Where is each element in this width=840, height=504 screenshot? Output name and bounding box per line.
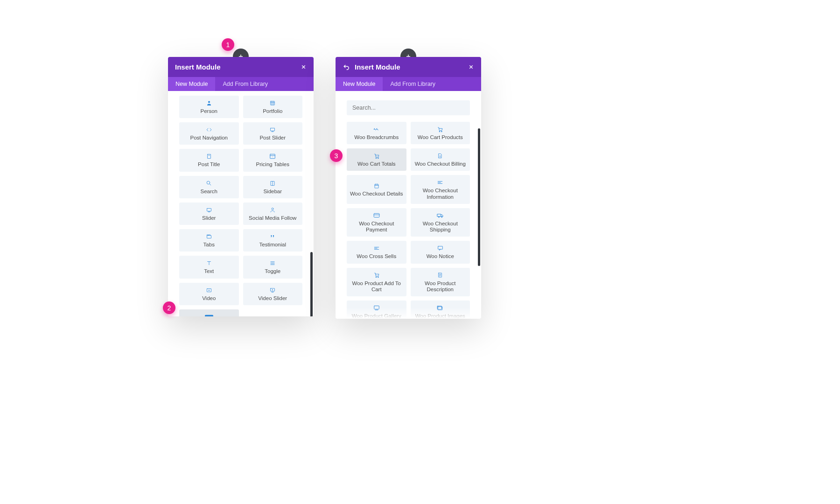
module-grid: PersonPortfolioPost NavigationPost Slide…: [179, 96, 302, 316]
module-item-woo-product-description[interactable]: Woo Product Description: [411, 268, 470, 296]
svg-text:woo: woo: [206, 316, 211, 316]
tabs-icon: [206, 233, 212, 240]
module-item-toggle[interactable]: Toggle: [243, 256, 303, 278]
back-button[interactable]: [343, 64, 350, 70]
module-item-video[interactable]: Video: [179, 283, 239, 305]
module-item-woo-cart-products[interactable]: Woo Cart Products: [411, 122, 470, 144]
module-label: Woo Checkout Details: [350, 191, 403, 197]
module-item-video-slider[interactable]: Video Slider: [243, 283, 303, 305]
search-icon: [206, 180, 212, 187]
svg-rect-18: [375, 184, 378, 188]
code-icon: [206, 126, 212, 133]
tab-add-from-library[interactable]: Add From Library: [215, 77, 275, 91]
module-label: Portfolio: [263, 108, 282, 114]
woo-icon: woo: [205, 313, 213, 316]
module-item-sidebar[interactable]: Sidebar: [243, 176, 303, 198]
module-item-woo-modules[interactable]: wooWoo Modules: [179, 309, 239, 316]
module-item-slider[interactable]: Slider: [179, 203, 239, 225]
close-button[interactable]: [468, 64, 474, 70]
tab-new-module[interactable]: New Module: [336, 77, 383, 91]
svg-point-15: [441, 131, 442, 132]
module-item-social-media-follow[interactable]: Social Media Follow: [243, 203, 303, 225]
svg-rect-27: [374, 306, 379, 309]
module-label: Pricing Tables: [256, 161, 289, 168]
module-item-woo-product-gallery[interactable]: Woo Product Gallery: [347, 301, 406, 319]
card-icon: [373, 212, 380, 219]
module-label: Woo Checkout Billing: [415, 161, 466, 167]
svg-rect-23: [438, 246, 442, 250]
tab-add-from-library[interactable]: Add From Library: [383, 77, 443, 91]
module-label: Woo Cart Products: [418, 134, 463, 140]
module-label: Woo Product Images: [415, 313, 465, 319]
tabs: New Module Add From Library: [168, 77, 314, 91]
panel-header: Insert Module: [336, 57, 481, 77]
module-item-pricing-tables[interactable]: Pricing Tables: [243, 149, 303, 171]
module-item-woo-checkout-information[interactable]: Woo Checkout Information: [411, 175, 470, 203]
module-item-portfolio[interactable]: Portfolio: [243, 96, 303, 118]
tabs: New Module Add From Library: [336, 77, 481, 91]
search-input[interactable]: [347, 100, 470, 115]
module-item-woo-checkout-payment[interactable]: Woo Checkout Payment: [347, 208, 406, 237]
svg-point-5: [207, 181, 210, 184]
svg-rect-2: [271, 128, 275, 131]
module-item-woo-product-add-to-cart[interactable]: Woo Product Add To Cart: [347, 268, 406, 296]
module-label: Video Slider: [258, 295, 287, 301]
module-item-woo-checkout-billing[interactable]: Woo Checkout Billing: [411, 148, 470, 171]
person-icon: [206, 99, 212, 107]
module-item-woo-cross-sells[interactable]: Woo Cross Sells: [347, 241, 406, 263]
module-item-testimonial[interactable]: Testimonial: [243, 229, 303, 252]
module-label: Woo Product Add To Cart: [350, 280, 404, 293]
panel-title: Insert Module: [355, 63, 468, 71]
svg-rect-1: [271, 101, 275, 105]
module-label: Woo Checkout Payment: [350, 221, 404, 233]
module-item-woo-checkout-details[interactable]: Woo Checkout Details: [347, 175, 406, 203]
module-label: Slider: [202, 215, 216, 221]
truck-icon: [437, 212, 444, 219]
module-label: Search: [201, 189, 217, 195]
scrollbar[interactable]: [478, 128, 480, 266]
module-label: Woo Cross Sells: [357, 253, 396, 259]
person-outline-icon: [270, 206, 275, 214]
module-grid: Woo BreadcrumbsWoo Cart ProductsWoo Cart…: [347, 122, 470, 319]
svg-point-22: [441, 217, 442, 217]
module-item-search[interactable]: Search: [179, 176, 239, 198]
module-item-post-navigation[interactable]: Post Navigation: [179, 122, 239, 145]
module-label: Woo Breadcrumbs: [354, 134, 399, 140]
module-item-tabs[interactable]: Tabs: [179, 229, 239, 252]
module-label: Woo Checkout Information: [413, 188, 468, 200]
svg-point-0: [208, 101, 210, 103]
cart-icon: [373, 272, 380, 279]
module-item-person[interactable]: Person: [179, 96, 239, 118]
panel-title: Insert Module: [175, 63, 301, 71]
close-button[interactable]: [301, 64, 307, 70]
module-label: Woo Product Gallery: [352, 313, 401, 319]
svg-point-21: [438, 217, 439, 217]
module-item-woo-breadcrumbs[interactable]: Woo Breadcrumbs: [347, 122, 406, 144]
module-item-post-slider[interactable]: Post Slider: [243, 122, 303, 145]
pricing-icon: [269, 153, 276, 160]
module-item-post-title[interactable]: Post Title: [179, 149, 239, 171]
module-label: Woo Checkout Shipping: [413, 221, 468, 233]
lines-icon: [373, 245, 380, 252]
title-icon: [206, 153, 212, 160]
module-item-woo-checkout-shipping[interactable]: Woo Checkout Shipping: [411, 208, 470, 237]
tab-new-module[interactable]: New Module: [168, 77, 215, 91]
module-item-text[interactable]: Text: [179, 256, 239, 278]
slider-icon: [269, 126, 276, 133]
module-label: Post Slider: [259, 135, 286, 141]
file-icon: [437, 152, 443, 160]
module-label: Post Navigation: [190, 135, 228, 141]
scrollbar[interactable]: [310, 252, 313, 316]
svg-rect-20: [437, 214, 441, 217]
module-label: Video: [202, 295, 216, 301]
callout-1: 1: [222, 38, 234, 51]
quote-icon: [269, 233, 276, 240]
module-label: Tabs: [203, 242, 215, 248]
svg-point-16: [376, 158, 377, 159]
insert-module-panel-left: Insert Module New Module Add From Librar…: [168, 57, 314, 316]
module-item-woo-cart-totals[interactable]: Woo Cart Totals: [347, 148, 406, 171]
module-label: Text: [204, 268, 214, 274]
module-item-woo-notice[interactable]: Woo Notice: [411, 241, 470, 263]
grid-icon: [269, 99, 276, 107]
module-item-woo-product-images[interactable]: Woo Product Images: [411, 301, 470, 319]
